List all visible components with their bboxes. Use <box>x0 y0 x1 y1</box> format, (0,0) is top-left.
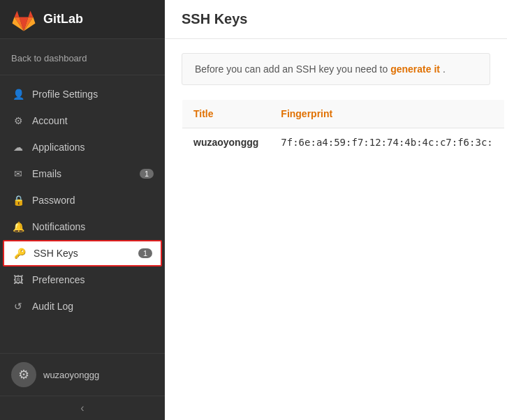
sidebar-footer: ⚙ wuzaoyonggg <box>0 353 165 396</box>
ssh-keys-badge: 1 <box>138 248 152 258</box>
password-icon: 🔒 <box>11 193 25 207</box>
applications-label: Applications <box>32 142 85 153</box>
sidebar-item-applications[interactable]: ☁Applications <box>0 134 165 160</box>
sidebar-item-account[interactable]: ⚙Account <box>0 107 165 134</box>
col-fingerprint: Fingerprint <box>270 100 504 128</box>
sidebar-item-emails[interactable]: ✉Emails1 <box>0 160 165 187</box>
sidebar-username: wuzaoyonggg <box>43 370 99 380</box>
audit-log-label: Audit Log <box>32 301 73 312</box>
profile-settings-label: Profile Settings <box>32 89 98 100</box>
notifications-label: Notifications <box>32 221 85 232</box>
main-content: SSH Keys Before you can add an SSH key y… <box>165 0 507 420</box>
page-header: SSH Keys <box>165 0 507 39</box>
info-text-after: . <box>443 63 446 75</box>
emails-label: Emails <box>32 168 61 179</box>
col-title: Title <box>182 100 270 128</box>
info-banner: Before you can add an SSH key you need t… <box>182 53 490 85</box>
gitlab-logo <box>11 7 36 32</box>
account-label: Account <box>32 115 68 126</box>
sidebar-item-ssh-keys[interactable]: 🔑SSH Keys1 <box>3 240 162 267</box>
emails-icon: ✉ <box>11 167 25 181</box>
chevron-left-icon: ‹ <box>80 402 84 414</box>
table-header: Title Fingerprint <box>182 100 505 128</box>
ssh-key-title: wuzaoyonggg <box>182 128 270 157</box>
table-row: wuzaoyonggg7f:6e:a4:59:f7:12:74:4b:4c:c7… <box>182 128 505 157</box>
ssh-keys-label: SSH Keys <box>34 248 78 259</box>
ssh-keys-icon: 🔑 <box>13 246 27 260</box>
notifications-icon: 🔔 <box>11 220 25 234</box>
sidebar-nav: 👤Profile Settings⚙Account☁Applications✉E… <box>0 75 165 353</box>
sidebar: GitLab Back to dashboard 👤Profile Settin… <box>0 0 165 420</box>
avatar: ⚙ <box>11 362 36 387</box>
table-body: wuzaoyonggg7f:6e:a4:59:f7:12:74:4b:4c:c7… <box>182 128 505 157</box>
applications-icon: ☁ <box>11 140 25 154</box>
account-icon: ⚙ <box>11 114 25 128</box>
sidebar-item-profile-settings[interactable]: 👤Profile Settings <box>0 81 165 107</box>
back-to-dashboard-link[interactable]: Back to dashboard <box>11 50 154 66</box>
audit-log-icon: ↺ <box>11 299 25 313</box>
emails-badge: 1 <box>140 169 154 179</box>
sidebar-back-section: Back to dashboard <box>0 39 165 75</box>
password-label: Password <box>32 195 75 206</box>
sidebar-item-audit-log[interactable]: ↺Audit Log <box>0 293 165 320</box>
profile-settings-icon: 👤 <box>11 87 25 101</box>
ssh-key-fingerprint: 7f:6e:a4:59:f7:12:74:4b:4c:c7:f6:3c: <box>270 128 504 157</box>
preferences-icon: 🖼 <box>11 273 25 287</box>
generate-link-text: generate it <box>390 63 440 75</box>
sidebar-item-notifications[interactable]: 🔔Notifications <box>0 213 165 240</box>
generate-link[interactable]: generate it <box>390 63 440 75</box>
sidebar-collapse-button[interactable]: ‹ <box>0 396 165 420</box>
page-title: SSH Keys <box>182 11 490 27</box>
table-header-row: Title Fingerprint <box>182 100 505 128</box>
app-name: GitLab <box>43 12 83 27</box>
sidebar-item-password[interactable]: 🔒Password <box>0 187 165 213</box>
preferences-label: Preferences <box>32 274 84 285</box>
sidebar-item-preferences[interactable]: 🖼Preferences <box>0 267 165 293</box>
content-area: Before you can add an SSH key you need t… <box>165 39 507 420</box>
ssh-keys-table: Title Fingerprint wuzaoyonggg7f:6e:a4:59… <box>182 99 505 157</box>
sidebar-header: GitLab <box>0 0 165 39</box>
info-text-before: Before you can add an SSH key you need t… <box>195 63 388 75</box>
